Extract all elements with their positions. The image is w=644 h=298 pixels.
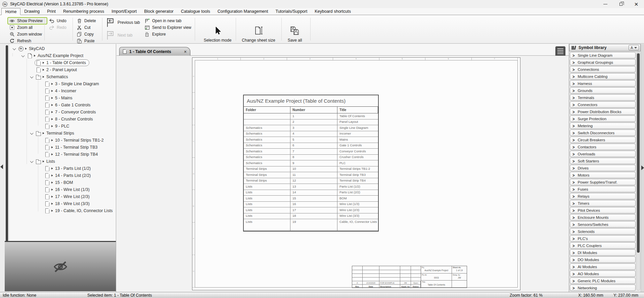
expand-chevron-icon[interactable]	[38, 173, 43, 178]
collapse-left-panel-icon[interactable]	[0, 164, 3, 169]
menu-item[interactable]: Home	[1, 8, 20, 15]
close-button[interactable]: ✕	[629, 0, 644, 8]
library-category[interactable]: > Harness	[570, 80, 636, 87]
show-preview-button[interactable]: Show Preview	[7, 17, 47, 24]
expand-chevron-icon[interactable]	[29, 60, 35, 65]
library-category[interactable]: > Pilot Devices	[570, 207, 636, 213]
tab-close-icon[interactable]: ×	[184, 49, 187, 54]
tree-item[interactable]: 13 - Parts List (1/2)	[9, 165, 116, 172]
expand-chevron-icon[interactable]	[38, 208, 43, 213]
send-to-explorer-button[interactable]: Send to Explorer view	[144, 24, 191, 31]
menu-item[interactable]: Drawing	[20, 8, 43, 15]
menu-item[interactable]: Import/Export	[108, 8, 140, 15]
tree-item[interactable]: 16 - Wire List (1/3)	[9, 186, 116, 193]
library-category[interactable]: > Switch Disconnectors	[570, 130, 636, 136]
change-sheet-size-button[interactable]: Change sheet size	[240, 17, 277, 43]
library-category[interactable]: > Connections	[570, 66, 636, 72]
expand-chevron-icon[interactable]	[12, 46, 17, 51]
library-category[interactable]: > Soft Starters	[570, 158, 636, 164]
tree-item[interactable]: 5 - Mains	[9, 94, 116, 101]
menu-item[interactable]: Print	[43, 8, 59, 15]
expand-chevron-icon[interactable]	[38, 145, 43, 150]
tree-item[interactable]: Lists	[9, 158, 116, 165]
library-category[interactable]: > Terminals	[570, 94, 636, 101]
document-tab[interactable]: 1 - Table Of Contents ×	[119, 47, 190, 56]
expand-chevron-icon[interactable]	[38, 166, 43, 171]
previous-tab-button[interactable]: Previous tab	[106, 16, 140, 29]
tree-item[interactable]: 19 - Cable, IO, Connector Lists	[9, 207, 116, 214]
expand-chevron-icon[interactable]	[38, 102, 43, 108]
delete-button[interactable]: Delete	[77, 17, 96, 24]
expand-chevron-icon[interactable]	[38, 180, 43, 185]
tree-item[interactable]: 12 - Terminal Strip TB4	[9, 151, 116, 158]
library-category[interactable]: > Connectors	[570, 101, 636, 108]
menu-item[interactable]: Keyboard shortcuts	[311, 8, 355, 15]
tree-item[interactable]: 4 - Incomer	[9, 87, 116, 94]
library-category[interactable]: > Grounds	[570, 87, 636, 94]
menu-item[interactable]: Configuration Management	[214, 8, 272, 15]
right-collapse-strip[interactable]	[641, 44, 644, 292]
expand-chevron-icon[interactable]	[38, 109, 43, 115]
zoom-window-button[interactable]: Zoom window	[9, 31, 47, 38]
library-category[interactable]: > Fuses	[570, 186, 636, 192]
expand-chevron-icon[interactable]	[38, 81, 43, 87]
library-category[interactable]: > Relays	[570, 193, 636, 199]
library-category[interactable]: > AO Modules	[570, 270, 636, 277]
library-category[interactable]: > Metering	[570, 122, 636, 129]
next-tab-button[interactable]: Next tab	[106, 29, 140, 42]
tree-item[interactable]: 11 - Terminal Strip TB3	[9, 144, 116, 151]
tree-item[interactable]: 6 - Gate 1 Controls	[9, 101, 116, 108]
drawing-area[interactable]: 1234567 ABCDEFG Aus/NZ Example Project (…	[117, 56, 569, 292]
tree-item[interactable]: 15 - BOM	[9, 179, 116, 186]
menu-item[interactable]: Block generator	[140, 8, 177, 15]
library-category[interactable]: > Power Distribution Blocks	[570, 108, 636, 115]
library-category[interactable]: > Graphical Groupings	[570, 59, 636, 65]
tree-item[interactable]: Schematics	[9, 73, 116, 80]
zoom-all-button[interactable]: Zoom all	[9, 24, 47, 31]
expand-chevron-icon[interactable]	[29, 67, 35, 72]
library-category[interactable]: > Surge Protection	[570, 115, 636, 122]
cut-button[interactable]: Cut	[77, 24, 96, 31]
tree-item[interactable]: 18 - Wire List (3/3)	[9, 200, 116, 207]
library-category[interactable]: > Enclosure Mounts	[570, 214, 636, 220]
library-category[interactable]: > Multicore Cabling	[570, 73, 636, 80]
tree-item[interactable]: SkyCAD	[9, 45, 116, 52]
library-category[interactable]: > Power Supplies/Transf.	[570, 179, 636, 185]
explore-button[interactable]: Explore	[144, 31, 191, 38]
tab-list-menu-button[interactable]	[555, 46, 565, 56]
library-scrollbar-thumb[interactable]	[637, 53, 640, 253]
library-category[interactable]: > PLC Couplers	[570, 242, 636, 249]
expand-chevron-icon[interactable]	[38, 88, 43, 94]
menu-item[interactable]: Tutorials/Support	[272, 8, 311, 15]
expand-chevron-icon[interactable]	[38, 95, 43, 101]
library-category[interactable]: > Generic PLC Modules	[570, 278, 636, 284]
tree-item[interactable]: 17 - Wire List (2/3)	[9, 193, 116, 200]
library-category[interactable]: > Motors	[570, 172, 636, 178]
expand-chevron-icon[interactable]	[29, 74, 35, 80]
library-category[interactable]: > Contactors	[570, 144, 636, 150]
library-category[interactable]: > Timers	[570, 200, 636, 206]
expand-chevron-icon[interactable]	[38, 152, 43, 157]
library-category[interactable]: > Drives	[570, 165, 636, 171]
library-category[interactable]: > DO Modules	[570, 256, 636, 263]
expand-chevron-icon[interactable]	[38, 116, 43, 122]
tree-item[interactable]: Aus/NZ Example Project	[9, 52, 116, 59]
tree-item[interactable]: 2 - Panel Layout	[9, 66, 116, 73]
library-category[interactable]: > Overloads	[570, 151, 636, 157]
paste-button[interactable]: Paste	[77, 38, 96, 44]
library-category[interactable]: > DI Modules	[570, 249, 636, 256]
tree-item[interactable]: 3 - Single Line Diagram	[9, 80, 116, 87]
library-category[interactable]: > Single Line Diagram	[570, 52, 636, 58]
tree-item[interactable]: 7 - Conveyor Controls	[9, 108, 116, 115]
menu-item[interactable]: Renumbering process	[59, 8, 108, 15]
menu-item[interactable]: Catalogue tools	[177, 8, 214, 15]
library-category[interactable]: > Networking	[570, 285, 636, 291]
selection-mode-button[interactable]: Selection mode	[200, 17, 235, 43]
redo-button[interactable]: Redo	[49, 24, 66, 31]
expand-chevron-icon[interactable]	[38, 201, 43, 206]
expand-chevron-icon[interactable]	[38, 138, 43, 143]
tree-item[interactable]: Terminal Strips	[9, 130, 116, 137]
undo-button[interactable]: Undo	[49, 17, 66, 24]
restore-button[interactable]	[613, 0, 629, 8]
copy-button[interactable]: Copy	[77, 31, 96, 38]
